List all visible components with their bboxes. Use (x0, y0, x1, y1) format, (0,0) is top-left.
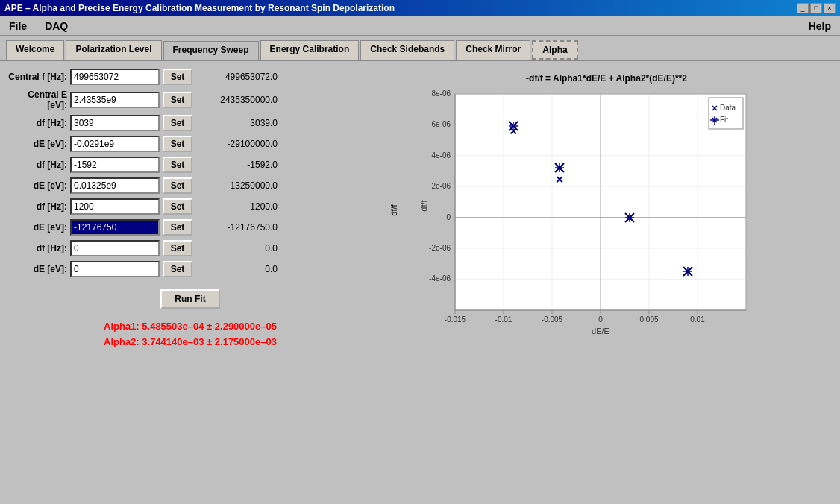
input-df-1[interactable] (70, 115, 160, 131)
label-de-4: dE [eV]: (7, 264, 67, 274)
svg-text:-0.015: -0.015 (445, 315, 466, 324)
label-df-2: df [Hz]: (7, 160, 67, 170)
value-de-1: -29100000.0 (195, 139, 278, 149)
svg-text:-0.01: -0.01 (495, 315, 513, 324)
input-central-e[interactable] (70, 92, 160, 108)
value-de-4: 0.0 (195, 264, 278, 274)
value-de-3: -12176750.0 (195, 222, 278, 233)
svg-text:-0.005: -0.005 (542, 315, 563, 324)
input-de-3[interactable] (70, 219, 160, 236)
set-df-2[interactable]: Set (163, 157, 192, 173)
left-panel: Central f [Hz]: Set 499653072.0 Central … (7, 69, 373, 497)
label-df-4: df [Hz]: (7, 243, 67, 253)
tab-alpha[interactable]: Alpha (532, 40, 577, 60)
value-df-2: -1592.0 (195, 160, 278, 170)
fit-point-4 (683, 267, 692, 276)
row-de-4: dE [eV]: Set 0.0 (7, 261, 373, 277)
menu-daq[interactable]: DAQ (42, 19, 71, 34)
svg-text:0: 0 (446, 213, 451, 221)
svg-text:8e-06: 8e-06 (431, 89, 451, 98)
input-df-3[interactable] (70, 198, 160, 215)
svg-text:6e-06: 6e-06 (431, 120, 451, 128)
maximize-button[interactable]: □ (810, 3, 822, 13)
value-df-4: 0.0 (195, 243, 278, 253)
row-df-1: df [Hz]: Set 3039.0 (7, 115, 373, 131)
svg-text:-2e-06: -2e-06 (429, 244, 451, 252)
fit-point-3 (625, 213, 634, 222)
label-df-3: df [Hz]: (7, 201, 67, 212)
y-axis-label: df/f (389, 204, 398, 215)
set-df-1[interactable]: Set (163, 115, 192, 131)
row-central-f: Central f [Hz]: Set 499653072.0 (7, 69, 373, 85)
menu-bar: File DAQ Help (0, 16, 840, 36)
menu-file[interactable]: File (6, 19, 30, 34)
alpha2-result: Alpha2: 3.744140e–03 ± 2.175000e–03 (7, 336, 373, 347)
row-df-4: df [Hz]: Set 0.0 (7, 240, 373, 256)
set-de-2[interactable]: Set (163, 177, 192, 194)
svg-text:0.01: 0.01 (690, 315, 705, 324)
tab-energy-calibration[interactable]: Energy Calibration (260, 40, 360, 60)
fit-point-2 (555, 163, 564, 172)
alpha1-result: Alpha1: 5.485503e–04 ± 2.290000e–05 (7, 321, 373, 332)
menu-help[interactable]: Help (806, 19, 834, 34)
main-content: Central f [Hz]: Set 499653072.0 Central … (0, 61, 840, 504)
chart-area: df/f (418, 86, 833, 340)
tab-frequency-sweep[interactable]: Frequency Sweep (163, 41, 259, 60)
tab-bar: Welcome Polarization Level Frequency Swe… (0, 36, 840, 61)
menu-items: File DAQ (6, 19, 71, 34)
svg-text:0.005: 0.005 (639, 315, 658, 324)
title-text: APE – Alpha and Precise Energy Calibrati… (4, 3, 395, 13)
svg-text:2e-06: 2e-06 (431, 182, 451, 190)
label-central-e: Central E [eV]: (7, 89, 67, 110)
input-df-4[interactable] (70, 240, 160, 256)
tab-polarization[interactable]: Polarization Level (66, 40, 161, 60)
legend-fit-label: Fit (720, 116, 728, 124)
svg-text:✕: ✕ (555, 174, 564, 186)
input-de-1[interactable] (70, 136, 160, 152)
set-central-e[interactable]: Set (163, 92, 192, 108)
tab-check-mirror[interactable]: Check Mirror (456, 40, 530, 60)
title-bar: APE – Alpha and Precise Energy Calibrati… (0, 0, 840, 16)
title-bar-controls: _ □ × (797, 3, 836, 13)
value-central-e: 2435350000.0 (195, 95, 278, 105)
input-de-2[interactable] (70, 177, 160, 194)
label-df-1: df [Hz]: (7, 118, 67, 128)
row-de-3: dE [eV]: Set -12176750.0 (7, 219, 373, 236)
set-df-3[interactable]: Set (163, 198, 192, 215)
fit-point-1 (509, 122, 518, 130)
label-de-3: dE [eV]: (7, 222, 67, 233)
row-central-e: Central E [eV]: Set 2435350000.0 (7, 89, 373, 110)
set-de-3[interactable]: Set (163, 219, 192, 236)
x-axis-label-text: dE/E (592, 327, 609, 336)
svg-text:0: 0 (598, 315, 603, 324)
svg-rect-65 (709, 98, 743, 129)
input-df-2[interactable] (70, 157, 160, 173)
input-central-f[interactable] (70, 69, 160, 85)
tab-check-sidebands[interactable]: Check Sidebands (360, 40, 454, 60)
chart-svg: 8e-06 6e-06 4e-06 2e-06 0 -2e-06 -4e-06 … (418, 86, 776, 340)
input-de-4[interactable] (70, 261, 160, 277)
chart-title: -df/f = Alpha1*dE/E + Alpha2*(dE/E)**2 (380, 73, 833, 84)
row-de-1: dE [eV]: Set -29100000.0 (7, 136, 373, 152)
set-de-4[interactable]: Set (163, 261, 192, 277)
y-axis-label-text: df/f (419, 199, 428, 211)
right-panel: -df/f = Alpha1*dE/E + Alpha2*(dE/E)**2 d… (380, 69, 833, 497)
row-df-3: df [Hz]: Set 1200.0 (7, 198, 373, 215)
set-df-4[interactable]: Set (163, 240, 192, 256)
value-central-f: 499653072.0 (195, 72, 278, 82)
value-df-1: 3039.0 (195, 118, 278, 128)
legend-data-label: Data (720, 104, 736, 112)
row-de-2: dE [eV]: Set 13250000.0 (7, 177, 373, 194)
set-de-1[interactable]: Set (163, 136, 192, 152)
close-button[interactable]: × (824, 3, 836, 13)
label-central-f: Central f [Hz]: (7, 72, 67, 82)
svg-text:4e-06: 4e-06 (431, 151, 451, 160)
value-de-2: 13250000.0 (195, 180, 278, 191)
label-de-1: dE [eV]: (7, 139, 67, 149)
set-central-f[interactable]: Set (163, 69, 192, 85)
value-df-3: 1200.0 (195, 201, 278, 212)
label-de-2: dE [eV]: (7, 180, 67, 191)
tab-welcome[interactable]: Welcome (6, 40, 64, 60)
minimize-button[interactable]: _ (797, 3, 809, 13)
run-fit-button[interactable]: Run Fit (160, 289, 220, 309)
